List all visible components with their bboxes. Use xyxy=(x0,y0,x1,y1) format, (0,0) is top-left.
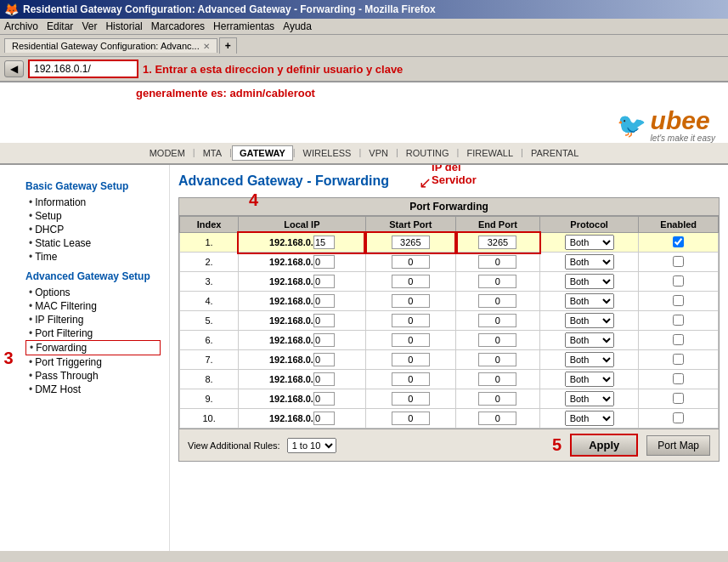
cell-localip[interactable]: 192.168.0. xyxy=(239,409,366,429)
cell-enabled[interactable] xyxy=(639,370,719,389)
menu-archivo[interactable]: Archivo xyxy=(4,20,38,32)
cell-enabled[interactable] xyxy=(639,233,719,253)
new-tab-button[interactable]: + xyxy=(219,37,237,54)
sidebar-item-options[interactable]: • Options xyxy=(25,286,161,299)
cell-protocol[interactable]: BothTCPUDP xyxy=(539,389,639,409)
cell-endport[interactable] xyxy=(456,389,540,409)
sidebar-item-forwarding[interactable]: • Forwarding xyxy=(25,340,161,355)
cell-protocol[interactable]: BothTCPUDP xyxy=(539,331,639,350)
tab-mta[interactable]: MTA xyxy=(195,145,229,161)
cell-localip[interactable]: 192.168.0. xyxy=(239,350,366,370)
cell-protocol[interactable]: BothTCPUDP xyxy=(539,311,639,331)
cell-enabled[interactable] xyxy=(639,389,719,409)
cell-protocol[interactable]: BothTCPUDP xyxy=(539,292,639,311)
enabled-checkbox[interactable] xyxy=(673,236,684,247)
enabled-checkbox[interactable] xyxy=(673,256,684,267)
menu-historial[interactable]: Historial xyxy=(105,20,142,32)
sidebar-item-passthrough[interactable]: • Pass Through xyxy=(25,369,161,383)
back-button[interactable]: ◀ xyxy=(4,60,24,77)
menu-marcadores[interactable]: Marcadores xyxy=(151,20,205,32)
browser-tab[interactable]: Residential Gateway Configuration: Advan… xyxy=(4,38,217,53)
cell-startport[interactable] xyxy=(365,253,455,272)
bullet-icon: • xyxy=(29,210,32,222)
cell-localip[interactable]: 192.168.0. xyxy=(239,331,366,350)
cell-endport[interactable] xyxy=(456,409,540,429)
cell-endport[interactable] xyxy=(456,272,540,292)
cell-startport[interactable] xyxy=(365,409,455,429)
bullet-icon: • xyxy=(29,300,32,312)
cell-protocol[interactable]: BothTCPUDP xyxy=(539,350,639,370)
cell-localip[interactable]: 192.168.0. xyxy=(239,311,366,331)
cell-endport[interactable] xyxy=(456,292,540,311)
enabled-checkbox[interactable] xyxy=(673,315,684,326)
cell-enabled[interactable] xyxy=(639,409,719,429)
cell-enabled[interactable] xyxy=(639,272,719,292)
cell-endport[interactable] xyxy=(456,253,540,272)
cell-protocol[interactable]: BothTCPUDP xyxy=(539,370,639,389)
sidebar-item-ipfiltering[interactable]: • IP Filtering xyxy=(25,313,161,326)
cell-startport[interactable] xyxy=(365,233,455,253)
cell-startport[interactable] xyxy=(365,350,455,370)
tab-firewall[interactable]: FIREWALL xyxy=(459,145,521,161)
rules-range-select[interactable]: 1 to 10 xyxy=(287,438,336,453)
enabled-checkbox[interactable] xyxy=(673,334,684,345)
cell-startport[interactable] xyxy=(365,292,455,311)
cell-enabled[interactable] xyxy=(639,253,719,272)
portmap-button[interactable]: Port Map xyxy=(646,435,710,456)
enabled-checkbox[interactable] xyxy=(673,412,684,423)
cell-startport[interactable] xyxy=(365,331,455,350)
cell-startport[interactable] xyxy=(365,370,455,389)
cell-localip[interactable]: 192.168.0. xyxy=(239,233,366,253)
cell-localip[interactable]: 192.168.0. xyxy=(239,253,366,272)
enabled-checkbox[interactable] xyxy=(673,275,684,287)
cell-endport[interactable] xyxy=(456,311,540,331)
cell-localip[interactable]: 192.168.0. xyxy=(239,292,366,311)
cell-enabled[interactable] xyxy=(639,350,719,370)
sidebar-item-time[interactable]: • Time xyxy=(25,250,161,264)
cell-localip[interactable]: 192.168.0. xyxy=(239,389,366,409)
sidebar-item-dhcp[interactable]: • DHCP xyxy=(25,223,161,236)
cell-localip[interactable]: 192.168.0. xyxy=(239,272,366,292)
address-input[interactable] xyxy=(28,60,138,78)
tab-gateway[interactable]: GATEWAY xyxy=(232,145,293,161)
bullet-icon: • xyxy=(29,314,32,326)
sidebar-item-information[interactable]: • Information xyxy=(25,196,161,209)
cell-protocol[interactable]: BothTCPUDP xyxy=(539,409,639,429)
cell-endport[interactable] xyxy=(456,233,540,253)
cell-protocol[interactable]: BothTCPUDP xyxy=(539,253,639,272)
enabled-checkbox[interactable] xyxy=(673,373,684,384)
menu-ver[interactable]: Ver xyxy=(82,20,97,32)
sidebar-item-macfiltering[interactable]: • MAC Filtering xyxy=(25,299,161,313)
close-tab-icon[interactable]: ✕ xyxy=(203,42,210,51)
cell-localip[interactable]: 192.168.0. xyxy=(239,370,366,389)
col-startport: Start Port xyxy=(365,217,455,233)
menu-ayuda[interactable]: Ayuda xyxy=(283,20,312,32)
cell-endport[interactable] xyxy=(456,350,540,370)
tab-routing[interactable]: ROUTING xyxy=(398,145,457,161)
cell-enabled[interactable] xyxy=(639,292,719,311)
enabled-checkbox[interactable] xyxy=(673,393,684,404)
cell-startport[interactable] xyxy=(365,272,455,292)
cell-startport[interactable] xyxy=(365,389,455,409)
cell-enabled[interactable] xyxy=(639,311,719,331)
apply-button[interactable]: Apply xyxy=(570,434,638,457)
tab-vpn[interactable]: VPN xyxy=(361,145,396,161)
menu-herramientas[interactable]: Herramientas xyxy=(213,20,274,32)
sidebar-item-staticlease[interactable]: • Static Lease xyxy=(25,236,161,250)
sidebar-item-dmzhost[interactable]: • DMZ Host xyxy=(25,383,161,396)
tab-wireless[interactable]: WIRELESS xyxy=(296,145,359,161)
sidebar-item-setup[interactable]: • Setup xyxy=(25,209,161,223)
cell-startport[interactable] xyxy=(365,311,455,331)
enabled-checkbox[interactable] xyxy=(673,354,684,365)
menu-editar[interactable]: Editar xyxy=(47,20,73,32)
sidebar-item-porttriggering[interactable]: • Port Triggering xyxy=(25,355,161,369)
cell-protocol[interactable]: BothTCPUDP xyxy=(539,272,639,292)
cell-endport[interactable] xyxy=(456,331,540,350)
enabled-checkbox[interactable] xyxy=(673,295,684,306)
cell-enabled[interactable] xyxy=(639,331,719,350)
cell-endport[interactable] xyxy=(456,370,540,389)
tab-modem[interactable]: MODEM xyxy=(142,145,193,161)
cell-protocol[interactable]: BothTCPUDP xyxy=(539,233,639,253)
tab-parental[interactable]: PARENTAL xyxy=(523,145,586,161)
sidebar-item-portfiltering[interactable]: • Port Filtering xyxy=(25,326,161,340)
